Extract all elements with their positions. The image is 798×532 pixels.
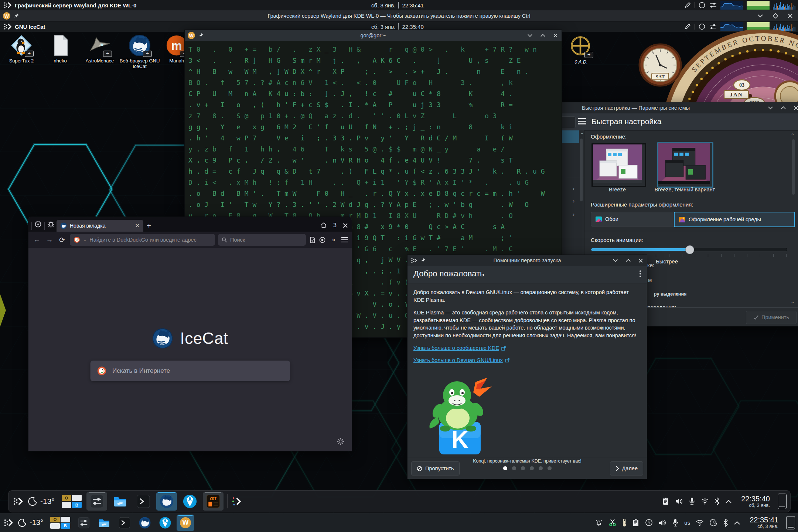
content-scrollbar[interactable] — [792, 139, 795, 195]
app-launcher-icon[interactable] — [3, 1, 12, 9]
thermometer-icon[interactable] — [622, 519, 627, 527]
keyboard-layout-indicator[interactable]: us — [684, 519, 690, 526]
tab-new-tab[interactable]: Новая вкладка ✕ — [57, 220, 143, 232]
pinned-tab-icon[interactable] — [33, 218, 44, 230]
clipboard-icon[interactable] — [662, 497, 669, 505]
show-desktop-button[interactable] — [778, 494, 787, 509]
sliders-widget-icon[interactable] — [709, 23, 717, 30]
pager-desktop-1[interactable]: O — [50, 517, 60, 522]
new-tab-button[interactable]: + — [143, 220, 154, 232]
app-launcher-icon[interactable] — [12, 496, 23, 507]
pager-desktop-4[interactable]: B — [61, 523, 70, 529]
page-dot-5[interactable] — [539, 466, 543, 470]
dropdown-chevron-icon[interactable]: ⌄ — [83, 238, 86, 242]
reload-icon[interactable]: ⟳ — [57, 236, 67, 244]
close-icon[interactable] — [553, 33, 558, 38]
hamburger-menu-icon[interactable] — [577, 117, 587, 125]
close-icon[interactable] — [788, 13, 793, 18]
pin-icon[interactable] — [198, 33, 204, 38]
terminal-titlebar[interactable]: W gor@gor:~ — [185, 30, 562, 41]
slider-handle[interactable] — [685, 245, 694, 254]
desktop-icon-nheko[interactable]: nheko — [40, 34, 81, 64]
overflow-menu-icon[interactable]: » — [329, 236, 338, 243]
task-dolphin[interactable] — [95, 515, 113, 531]
minimize-icon[interactable] — [768, 106, 773, 110]
next-button[interactable]: Далее — [610, 461, 643, 475]
search-field[interactable]: Поиск — [218, 234, 306, 246]
browser-tabstrip[interactable]: Новая вкладка ✕ + 3 — [28, 217, 352, 232]
scissors-icon[interactable] — [608, 519, 617, 527]
bluetooth-icon[interactable] — [723, 519, 728, 527]
outer-panel-clock[interactable]: сб, 3 янв. 22:35:41 — [371, 2, 424, 8]
tab-close-icon[interactable]: ✕ — [135, 222, 140, 229]
devuan-link[interactable]: Узнать больше о Devuan GNU/Linux — [413, 357, 509, 364]
taskbar-clock[interactable]: 22:35:41 сб, 3 янв. — [750, 516, 778, 529]
desktop-icon-supertux[interactable]: ➜ SuperTux 2 — [1, 34, 42, 64]
circle-widget-icon[interactable] — [698, 23, 706, 30]
maximize-icon[interactable] — [781, 106, 786, 110]
pager-desktop-1[interactable]: O — [62, 495, 71, 501]
sidebar-expander-icon[interactable]: › — [573, 211, 574, 217]
maximize-icon[interactable] — [625, 259, 631, 262]
page-dot-3[interactable] — [521, 466, 525, 470]
cpu-monitor-graph[interactable] — [773, 1, 796, 10]
task-librewolf[interactable] — [180, 492, 200, 511]
inner-panel-window-title[interactable]: GNU IceCat — [15, 24, 45, 30]
sidebar-scrollbar[interactable] — [580, 139, 583, 201]
task-konsole[interactable] — [116, 515, 133, 531]
page-dot-1[interactable] — [503, 466, 507, 470]
annotate-pen-icon[interactable] — [684, 23, 691, 30]
pager-desktop-3[interactable] — [62, 502, 71, 508]
pager-desktop-3[interactable] — [50, 523, 60, 529]
show-desktop-button[interactable] — [786, 516, 795, 529]
page-dot-6[interactable] — [548, 466, 552, 470]
kebab-menu-icon[interactable] — [640, 270, 641, 277]
desktop-theme-button[interactable]: Оформление рабочей среды — [674, 212, 795, 227]
task-wayland-window-active[interactable]: W — [177, 515, 194, 531]
volume-icon[interactable] — [658, 519, 666, 526]
network-monitor-graph[interactable] — [720, 1, 743, 10]
pager-desktop-4[interactable]: B — [72, 502, 82, 508]
desktop-icon-icecat[interactable]: ➜ Веб-браузер GNU IceCat — [119, 34, 160, 69]
minimize-icon[interactable] — [527, 34, 533, 37]
microphone-icon[interactable] — [672, 519, 679, 527]
minimize-icon[interactable] — [613, 259, 618, 262]
pager-desktop-2[interactable] — [72, 495, 82, 501]
task-dolphin[interactable] — [110, 492, 130, 511]
app-launcher-icon[interactable] — [3, 23, 12, 31]
apply-button[interactable]: Применить — [746, 311, 797, 324]
sliders-widget-icon[interactable] — [709, 1, 717, 9]
app-launcher-icon[interactable] — [3, 518, 13, 528]
page-dot-4[interactable] — [530, 466, 534, 470]
sidebar-expander-icon[interactable]: › — [573, 185, 574, 191]
notifications-bell-icon[interactable] — [595, 519, 603, 526]
task-cool-retro-term[interactable]: CRT — [203, 492, 224, 511]
page-dot-2[interactable] — [512, 466, 516, 470]
taskbar-clock[interactable]: 22:35:40 сб, 3 янв. — [741, 495, 770, 508]
inner-panel-clock[interactable]: сб, 3 янв. 22:35:40 — [371, 23, 424, 30]
desktop-icon-astromenace[interactable]: ➜ AstroMenace — [79, 34, 120, 64]
maximize-icon[interactable] — [773, 13, 778, 18]
microphone-icon[interactable] — [689, 497, 695, 505]
desktop-icon-0ad[interactable]: ➜ 0 A.D. — [561, 35, 601, 65]
librejs-icon[interactable] — [319, 236, 326, 243]
activities-icon[interactable] — [231, 496, 242, 507]
night-color-icon[interactable] — [709, 519, 717, 527]
annotate-pen-icon[interactable] — [684, 1, 691, 9]
gear-icon[interactable] — [45, 218, 57, 230]
personalize-gear-icon[interactable] — [337, 438, 344, 445]
timer-clock-icon[interactable] — [645, 519, 653, 526]
nested-window-titlebar[interactable]: W Графический сервер Wayland для KDE WL-… — [0, 10, 798, 22]
theme-card-breeze-dark[interactable] — [657, 142, 713, 188]
menu-icon[interactable] — [341, 237, 348, 243]
back-icon[interactable]: ← — [32, 236, 42, 244]
tray-expand-icon[interactable] — [734, 521, 740, 525]
memory-monitor-graph[interactable] — [747, 1, 770, 10]
weather-widget[interactable]: -13° — [26, 497, 57, 506]
content-scroll-up-icon[interactable]: ⌃ — [791, 133, 795, 138]
url-bar[interactable]: ⌄ Найдите в DuckDuckGo или введите адрес — [70, 234, 215, 246]
task-system-settings[interactable] — [75, 515, 93, 531]
home-icon[interactable] — [320, 222, 327, 229]
kde-community-link[interactable]: Узнать больше о сообществе KDE — [413, 344, 506, 352]
pager-desktop-2[interactable] — [61, 517, 70, 522]
